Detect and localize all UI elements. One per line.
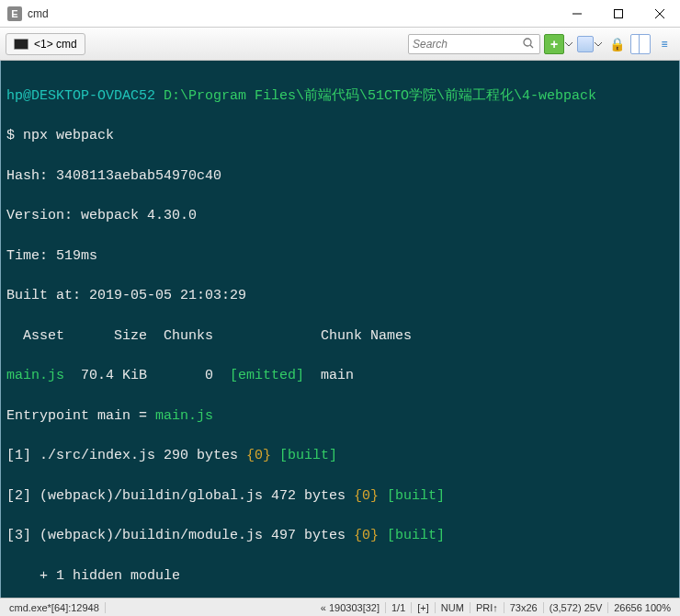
window-list-dropdown[interactable] bbox=[594, 34, 603, 54]
command-line: $ npx webpack bbox=[6, 126, 675, 146]
close-button[interactable] bbox=[639, 0, 680, 28]
status-seg-1: « 190303[32] bbox=[315, 602, 386, 613]
status-seg-3: [+] bbox=[412, 602, 436, 613]
prompt-line: hp@DESKTOP-OVDAC52 D:\Program Files\前端代码… bbox=[6, 86, 675, 107]
output-built: Built at: 2019-05-05 21:03:29 bbox=[6, 286, 675, 306]
minimize-button[interactable] bbox=[556, 0, 597, 28]
search-input[interactable] bbox=[413, 38, 521, 51]
new-tab-button[interactable]: + bbox=[544, 34, 564, 54]
output-module-1: [1] ./src/index.js 290 bytes {0} [built] bbox=[6, 446, 675, 466]
new-tab-dropdown[interactable] bbox=[564, 34, 573, 54]
status-process: cmd.exe*[64]:12948 bbox=[4, 602, 106, 613]
menu-icon[interactable]: ≡ bbox=[654, 34, 674, 54]
statusbar: cmd.exe*[64]:12948 « 190303[32] 1/1 [+] … bbox=[0, 598, 680, 616]
output-entrypoint: Entrypoint main = main.js bbox=[6, 406, 675, 427]
split-pane-icon[interactable] bbox=[630, 34, 651, 54]
output-module-2: [2] (webpack)/buildin/global.js 472 byte… bbox=[6, 486, 675, 507]
output-hidden: + 1 hidden module bbox=[6, 566, 675, 587]
output-module-3: [3] (webpack)/buildin/module.js 497 byte… bbox=[6, 526, 675, 546]
terminal-output[interactable]: hp@DESKTOP-OVDAC52 D:\Program Files\前端代码… bbox=[0, 61, 680, 598]
status-seg-4: NUM bbox=[436, 602, 470, 613]
status-seg-2: 1/1 bbox=[386, 602, 412, 613]
svg-line-5 bbox=[530, 45, 533, 48]
maximize-button[interactable] bbox=[597, 0, 639, 28]
svg-rect-1 bbox=[614, 9, 622, 17]
output-time: Time: 519ms bbox=[6, 246, 675, 267]
status-seg-5: PRI↑ bbox=[470, 602, 504, 613]
window-titlebar: E cmd bbox=[0, 0, 680, 28]
app-icon: E bbox=[7, 6, 22, 21]
search-box[interactable] bbox=[408, 34, 540, 54]
window-list-button[interactable] bbox=[577, 36, 594, 52]
output-hash: Hash: 3408113aebab54970c40 bbox=[6, 166, 675, 187]
output-asset-row: main.js 70.4 KiB 0 [emitted] main bbox=[6, 366, 675, 386]
output-header: Asset Size Chunks Chunk Names bbox=[6, 326, 675, 347]
status-seg-6: 73x26 bbox=[504, 602, 544, 613]
status-seg-8: 26656 100% bbox=[608, 602, 676, 613]
tab-cmd[interactable]: <1> cmd bbox=[6, 33, 85, 55]
toolbar: <1> cmd + 🔒 ≡ bbox=[0, 28, 680, 61]
search-icon[interactable] bbox=[521, 36, 536, 52]
terminal-icon bbox=[14, 39, 28, 50]
tab-label: <1> cmd bbox=[34, 38, 77, 51]
window-title: cmd bbox=[28, 7, 556, 20]
output-version: Version: webpack 4.30.0 bbox=[6, 206, 675, 226]
lock-icon[interactable]: 🔒 bbox=[606, 34, 627, 54]
svg-point-4 bbox=[524, 39, 531, 46]
status-seg-7: (3,572) 25V bbox=[544, 602, 608, 613]
